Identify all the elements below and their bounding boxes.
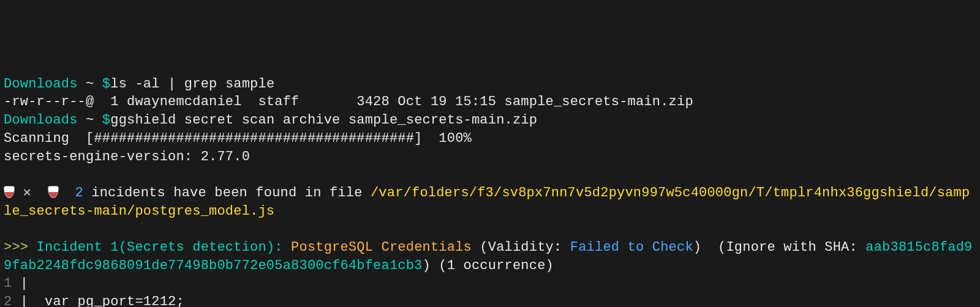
code-line: | var pg_port=1212; bbox=[12, 294, 184, 307]
secret-type: PostgreSQL Credentials bbox=[291, 240, 472, 255]
incident-count: 2 bbox=[75, 185, 83, 201]
code-line: | bbox=[12, 276, 28, 291]
terminal-output: Downloads ~ $ls -al | grep sample -rw-r-… bbox=[4, 75, 976, 307]
shield-icon bbox=[4, 186, 15, 198]
swords-icon: ✕ bbox=[23, 185, 31, 201]
cwd: Downloads bbox=[4, 113, 78, 128]
progress-bar: [#######################################… bbox=[86, 131, 423, 146]
shield-icon bbox=[48, 186, 59, 198]
summary-msg: incidents have been found in file bbox=[83, 185, 371, 201]
engine-version: secrets-engine-version: 2.77.0 bbox=[4, 149, 250, 165]
ls-output: -rw-r--r--@ 1 dwaynemcdaniel staff 3428 … bbox=[4, 94, 693, 109]
cwd: Downloads bbox=[4, 76, 78, 92]
prompt-sigil: $ bbox=[102, 76, 110, 92]
line-number: 1 bbox=[4, 276, 12, 291]
scan-label: Scanning bbox=[4, 131, 86, 146]
progress-pct: 100% bbox=[423, 131, 472, 146]
incident-header: Incident 1(Secrets detection): bbox=[28, 240, 291, 255]
chevron: >>> bbox=[4, 240, 28, 255]
cmd[interactable]: ggshield secret scan archive sample_secr… bbox=[110, 113, 537, 128]
cmd[interactable]: ls -al | grep sample bbox=[110, 76, 274, 92]
line-number: 2 bbox=[4, 294, 12, 307]
validity-status: Failed to Check bbox=[570, 240, 693, 255]
prompt-sigil: $ bbox=[102, 113, 110, 128]
sep bbox=[78, 76, 86, 92]
